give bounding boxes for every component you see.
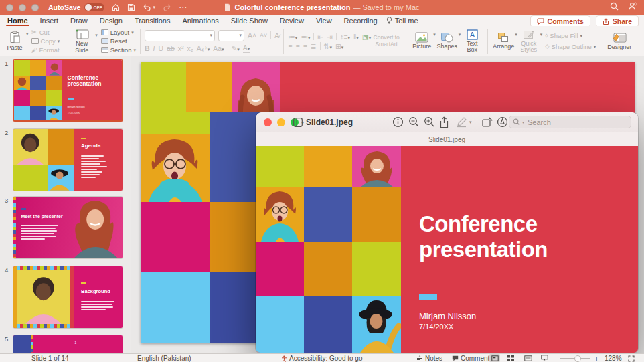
align-center-button[interactable]: ≡ [296, 42, 300, 50]
shape-fill-button[interactable]: ⬨Shape Fill▾ [545, 32, 596, 40]
preview-window[interactable]: ▾ Slide01.jpeg ▾ [256, 112, 638, 353]
zoom-slider[interactable] [560, 354, 590, 362]
zoom-slider-knob[interactable] [574, 355, 581, 362]
new-slide-button[interactable]: New Slide [68, 29, 95, 54]
search-scope-chevron-icon[interactable]: ▾ [522, 120, 524, 124]
bold-button[interactable]: B [145, 44, 150, 52]
titlebar-search-icon[interactable] [610, 1, 619, 13]
justify-button[interactable]: ≣ [311, 42, 317, 50]
line-spacing-button[interactable]: ↕≡▾ [340, 33, 350, 41]
font-color-button[interactable]: A▾ [243, 43, 250, 53]
change-case-button[interactable]: Aa▾ [213, 44, 224, 52]
align-text-button[interactable]: ⊞▾ [335, 42, 343, 50]
shape-outline-button[interactable]: ⬦Shape Outline▾ [545, 43, 596, 51]
minimize-window-button[interactable] [19, 4, 26, 11]
decrease-indent-button[interactable]: ⇤ [317, 33, 323, 41]
tab-view[interactable]: View [310, 15, 338, 26]
preview-share-button[interactable] [439, 116, 449, 128]
smartart-graphic-icon[interactable]: ⬔▾ [362, 33, 371, 41]
italic-button[interactable]: I [153, 44, 155, 52]
language-indicator[interactable]: English (Pakistan) [137, 354, 191, 362]
quick-styles-chevron-icon[interactable]: ▾ [540, 32, 543, 37]
align-left-button[interactable]: ≡ [288, 42, 292, 50]
copy-button[interactable]: Copy▾ [31, 37, 60, 46]
accessibility-status[interactable]: Accessibility: Good to go [281, 354, 363, 362]
preview-pen-tip-button[interactable] [497, 116, 508, 128]
slide-counter[interactable]: Slide 1 of 14 [31, 354, 69, 362]
zoom-percentage[interactable]: 128% [605, 354, 622, 362]
tab-transitions[interactable]: Transitions [129, 15, 176, 26]
increase-indent-button[interactable]: ⇥ [327, 33, 333, 41]
paste-button[interactable]: Paste [3, 31, 26, 51]
shapes-button[interactable]: Shapes [436, 32, 459, 50]
section-button[interactable]: Section▾ [101, 46, 136, 54]
cut-button[interactable]: ✂Cut [31, 29, 60, 37]
tab-animations[interactable]: Animations [176, 15, 224, 26]
autosave-control[interactable]: AutoSave OFF [48, 3, 104, 11]
font-size-combo[interactable]: ▾ [218, 30, 244, 41]
tab-tell-me[interactable]: Tell me [386, 17, 418, 25]
preview-close-button[interactable] [264, 118, 272, 126]
slideshow-view-button[interactable] [539, 354, 550, 362]
reset-button[interactable]: Reset [101, 37, 136, 46]
close-window-button[interactable] [6, 4, 13, 11]
preview-info-button[interactable] [392, 116, 404, 128]
convert-to-smartart-button[interactable]: Convert to SmartArt [371, 35, 402, 48]
slide-sorter-view-button[interactable] [505, 354, 516, 362]
comments-toggle[interactable]: Comments [452, 354, 493, 362]
slide-thumbnail-1[interactable]: Conference presentation Mirjam Nilsson 7… [13, 59, 123, 122]
home-icon[interactable] [112, 0, 120, 15]
preview-zoom-out-button[interactable] [408, 116, 420, 128]
clear-formatting-icon[interactable]: A̷ [274, 31, 279, 39]
tab-insert[interactable]: Insert [34, 15, 65, 26]
highlight-pen-button[interactable]: ✎▾ [232, 44, 240, 52]
subscript-button[interactable]: x₂ [187, 44, 193, 52]
picture-button[interactable]: Picture [410, 32, 433, 50]
text-direction-button[interactable]: ⇅▾ [324, 42, 332, 50]
underline-button[interactable]: U [158, 44, 163, 52]
preview-rotate-button[interactable] [481, 116, 493, 128]
character-spacing-button[interactable]: A⇄▾ [197, 44, 210, 52]
zoom-in-control[interactable]: + [594, 354, 598, 362]
zoom-window-button[interactable] [31, 4, 39, 11]
increase-font-icon[interactable]: A˄ [248, 31, 256, 39]
superscript-button[interactable]: x² [178, 44, 184, 52]
preview-search-field[interactable]: ▾ [509, 116, 631, 128]
tab-home[interactable]: Home [1, 15, 34, 26]
preview-zoom-in-button[interactable] [424, 116, 435, 128]
bullets-button[interactable]: ≔▾ [288, 33, 297, 41]
share-presence-icon[interactable] [628, 1, 637, 13]
text-box-button[interactable]: A Text Box [461, 29, 483, 54]
tab-recording[interactable]: Recording [338, 15, 384, 26]
slide-thumbnail-4[interactable]: Background [13, 266, 123, 329]
arrange-button[interactable]: Arrange [492, 32, 515, 50]
tab-design[interactable]: Design [94, 15, 129, 26]
tab-review[interactable]: Review [274, 15, 310, 26]
format-painter-button[interactable]: 🖌︎Format [31, 46, 60, 54]
font-name-combo[interactable]: ▾ [145, 30, 215, 41]
notes-toggle[interactable]: Notes [416, 354, 442, 362]
preview-markup-chevron-icon[interactable]: ▾ [469, 120, 472, 125]
designer-button[interactable]: Designer [605, 32, 634, 50]
new-slide-chevron-icon[interactable]: ▾ [95, 33, 98, 38]
numbering-button[interactable]: ≕▾ [301, 33, 310, 41]
decrease-font-icon[interactable]: A˅ [260, 32, 267, 39]
autosave-toggle[interactable]: OFF [84, 3, 104, 11]
normal-view-button[interactable] [489, 354, 500, 362]
paste-chevron-icon[interactable]: ▾ [26, 31, 29, 37]
columns-button[interactable]: ‖▾ [353, 33, 359, 41]
zoom-out-control[interactable]: − [554, 354, 558, 362]
slide-thumbnail-5[interactable]: 1 [13, 335, 123, 353]
preview-search-input[interactable] [526, 118, 609, 127]
preview-minimize-button[interactable] [277, 118, 285, 126]
tab-slide-show[interactable]: Slide Show [225, 15, 274, 26]
quick-styles-button[interactable]: Quick Styles [517, 29, 540, 54]
tab-draw[interactable]: Draw [64, 15, 94, 26]
undo-icon[interactable]: ▾ [143, 0, 155, 15]
layout-button[interactable]: Layout▾ [101, 29, 136, 37]
preview-sidebar-button[interactable]: ▾ [293, 118, 304, 127]
fit-slide-button[interactable] [628, 354, 635, 362]
save-icon[interactable] [127, 0, 135, 15]
more-commands-icon[interactable]: ⋯ [179, 0, 187, 15]
strikethrough-button[interactable]: ab [167, 44, 175, 52]
